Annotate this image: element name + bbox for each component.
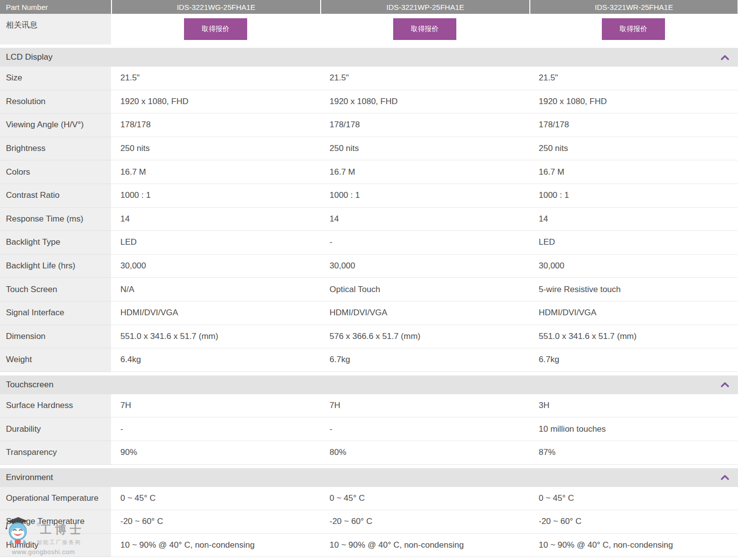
spec-row: Backlight Life (hrs) 30,000 30,000 30,00… [0, 255, 738, 278]
spec-value-col-2: 16.7 M [320, 160, 529, 184]
get-quote-button-2[interactable]: 取得报价 [393, 18, 456, 40]
spec-value-col-1: 0 ~ 45° C [111, 487, 320, 511]
spec-value-col-2: 7H [320, 394, 529, 418]
spec-label: Humidity [0, 534, 111, 558]
spec-label: Backlight Life (hrs) [0, 255, 111, 278]
spec-label: Signal Interface [0, 301, 111, 325]
spec-value-col-1: 6.4kg [111, 348, 320, 372]
spec-row: Storage Temperature -20 ~ 60° C -20 ~ 60… [0, 510, 738, 534]
spec-value-col-1: 250 nits [111, 137, 320, 161]
spec-value-col-2: - [320, 417, 529, 441]
section-header-touchscreen[interactable]: Touchscreen [0, 375, 738, 394]
spec-row: Operational Temperature 0 ~ 45° C 0 ~ 45… [0, 487, 738, 511]
spec-value-col-2: 21.5" [320, 67, 529, 90]
spec-row: Dimension 551.0 x 341.6 x 51.7 (mm) 576 … [0, 325, 738, 349]
spec-value-col-3: 10 million touches [529, 417, 738, 441]
related-info-label: 相关讯息 [0, 14, 111, 44]
section-title: Touchscreen [6, 380, 53, 390]
spec-label: Response Time (ms) [0, 208, 111, 231]
column-header-model-2[interactable]: IDS-3221WP-25FHA1E [321, 0, 529, 14]
column-header-model-3[interactable]: IDS-3221WR-25FHA1E [530, 0, 738, 14]
spec-label: Brightness [0, 137, 111, 161]
quote-row: 相关讯息 取得报价 取得报价 取得报价 [0, 14, 738, 44]
spec-value-col-3: 87% [529, 441, 738, 465]
spec-value-col-3: 250 nits [529, 137, 738, 161]
spec-value-col-2: - [320, 231, 529, 255]
section-title: Environment [6, 473, 53, 483]
spec-label: Colors [0, 160, 111, 184]
spec-value-col-3: LED [529, 231, 738, 255]
spec-comparison-table: Part Number IDS-3221WG-25FHA1E IDS-3221W… [0, 0, 738, 557]
spec-label: Size [0, 67, 111, 90]
spec-row: Signal Interface HDMI/DVI/VGA HDMI/DVI/V… [0, 301, 738, 325]
section-title: LCD Display [6, 52, 52, 62]
spec-label: Viewing Angle (H/V°) [0, 113, 111, 137]
spec-value-col-2: 14 [320, 208, 529, 231]
spec-value-col-3: 1920 x 1080, FHD [529, 90, 738, 114]
spec-value-col-2: 30,000 [320, 255, 529, 278]
spec-row: Surface Hardness 7H 7H 3H [0, 394, 738, 418]
spec-row: Brightness 250 nits 250 nits 250 nits [0, 137, 738, 161]
table-body: LCD Display Size 21.5" 21.5" 21.5" Resol… [0, 48, 738, 557]
spec-value-col-2: 250 nits [320, 137, 529, 161]
spec-value-col-1: 14 [111, 208, 320, 231]
spec-value-col-3: -20 ~ 60° C [529, 510, 738, 534]
spec-value-col-1: N/A [111, 278, 320, 301]
spec-value-col-2: 0 ~ 45° C [320, 487, 529, 511]
spec-value-col-2: HDMI/DVI/VGA [320, 301, 529, 325]
spec-value-col-2: 178/178 [320, 113, 529, 137]
spec-row: Colors 16.7 M 16.7 M 16.7 M [0, 160, 738, 184]
spec-label: Durability [0, 417, 111, 441]
column-header-model-1[interactable]: IDS-3221WG-25FHA1E [112, 0, 320, 14]
spec-value-col-3: 6.7kg [529, 348, 738, 372]
spec-row: Response Time (ms) 14 14 14 [0, 208, 738, 231]
spec-value-col-1: 10 ~ 90% @ 40° C, non-condensing [111, 534, 320, 558]
spec-value-col-3: 0 ~ 45° C [529, 487, 738, 511]
get-quote-button-1[interactable]: 取得报价 [184, 18, 247, 40]
spec-label: Contrast Ratio [0, 184, 111, 208]
spec-row: Size 21.5" 21.5" 21.5" [0, 67, 738, 90]
spec-value-col-3: 16.7 M [529, 160, 738, 184]
spec-value-col-3: 14 [529, 208, 738, 231]
quote-cell-1: 取得报价 [111, 14, 320, 44]
quote-cell-3: 取得报价 [529, 14, 738, 44]
spec-value-col-1: 30,000 [111, 255, 320, 278]
spec-row: Backlight Type LED - LED [0, 231, 738, 255]
spec-label: Operational Temperature [0, 487, 111, 511]
spec-value-col-2: -20 ~ 60° C [320, 510, 529, 534]
spec-value-col-1: 7H [111, 394, 320, 418]
section-header-lcd-display[interactable]: LCD Display [0, 48, 738, 67]
spec-label: Transparency [0, 441, 111, 465]
spec-value-col-3: 3H [529, 394, 738, 418]
spec-value-col-3: 1000 : 1 [529, 184, 738, 208]
spec-value-col-2: 6.7kg [320, 348, 529, 372]
spec-value-col-3: 178/178 [529, 113, 738, 137]
spec-value-col-2: 80% [320, 441, 529, 465]
chevron-up-icon[interactable] [721, 55, 729, 60]
chevron-up-icon[interactable] [721, 382, 729, 387]
spec-value-col-2: 10 ~ 90% @ 40° C, non-condensing [320, 534, 529, 558]
section-header-environment[interactable]: Environment [0, 468, 738, 487]
spec-value-col-1: - [111, 417, 320, 441]
get-quote-button-3[interactable]: 取得报价 [602, 18, 665, 40]
spec-label: Dimension [0, 325, 111, 349]
spec-row: Viewing Angle (H/V°) 178/178 178/178 178… [0, 113, 738, 137]
chevron-up-icon[interactable] [721, 475, 729, 480]
spec-value-col-1: 16.7 M [111, 160, 320, 184]
spec-row: Touch Screen N/A Optical Touch 5-wire Re… [0, 278, 738, 301]
spec-row: Humidity 10 ~ 90% @ 40° C, non-condensin… [0, 534, 738, 558]
spec-value-col-3: 10 ~ 90% @ 40° C, non-condensing [529, 534, 738, 558]
spec-value-col-3: 5-wire Resistive touch [529, 278, 738, 301]
spec-row: Durability - - 10 million touches [0, 417, 738, 441]
spec-label: Touch Screen [0, 278, 111, 301]
spec-label: Resolution [0, 90, 111, 114]
spec-row: Weight 6.4kg 6.7kg 6.7kg [0, 348, 738, 372]
spec-value-col-3: 21.5" [529, 67, 738, 90]
spec-label: Storage Temperature [0, 510, 111, 534]
spec-label: Surface Hardness [0, 394, 111, 418]
spec-value-col-1: 1920 x 1080, FHD [111, 90, 320, 114]
spec-value-col-1: 21.5" [111, 67, 320, 90]
spec-value-col-1: 90% [111, 441, 320, 465]
spec-row: Resolution 1920 x 1080, FHD 1920 x 1080,… [0, 90, 738, 114]
spec-value-col-3: HDMI/DVI/VGA [529, 301, 738, 325]
